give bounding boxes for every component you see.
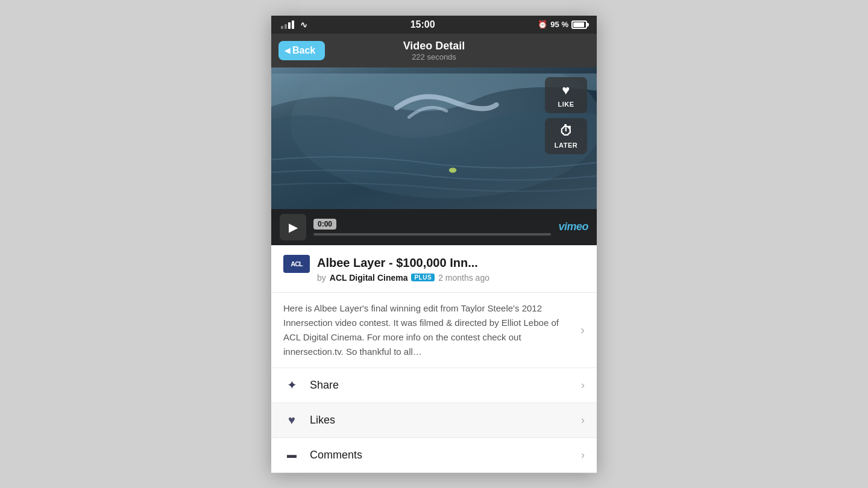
signal-bar-4: [292, 20, 294, 29]
nav-title-group: Video Detail 222 seconds: [403, 40, 465, 61]
share-label: Share: [310, 379, 571, 392]
likes-label: Likes: [310, 414, 571, 427]
nav-title: Video Detail: [403, 40, 465, 52]
time-ago: 2 months ago: [438, 273, 489, 283]
battery-percent: 95 %: [550, 20, 568, 29]
phone-frame: ∿ 15:00 ⏰ 95 % Back Video Detail 222 sec…: [271, 16, 597, 473]
likes-chevron-icon: ›: [581, 414, 585, 427]
content-area: ACL Albee Layer - $100,000 Inn... by ACL…: [271, 245, 597, 473]
video-info: Albee Layer - $100,000 Inn... by ACL Dig…: [317, 255, 585, 283]
share-chevron-icon: ›: [581, 379, 585, 392]
video-meta: ACL Albee Layer - $100,000 Inn... by ACL…: [271, 245, 597, 293]
wifi-icon: ∿: [300, 20, 307, 30]
progress-area: 0:00: [313, 219, 551, 236]
later-label: LATER: [555, 142, 577, 149]
signal-bar-3: [288, 22, 291, 29]
clock-icon: ⏰: [538, 20, 547, 29]
comments-label: Comments: [310, 449, 571, 461]
description-area[interactable]: Here is Albee Layer's final winning edit…: [271, 293, 597, 368]
back-button[interactable]: Back: [278, 41, 325, 60]
battery-fill: [573, 22, 584, 27]
action-buttons: ♥ LIKE ⏱ LATER: [545, 77, 587, 154]
comments-chevron-icon: ›: [581, 449, 585, 461]
battery-indicator: [571, 20, 587, 29]
status-bar: ∿ 15:00 ⏰ 95 %: [271, 16, 597, 34]
nav-subtitle: 222 seconds: [403, 52, 465, 61]
list-item-share[interactable]: ✦ Share ›: [271, 368, 597, 403]
likes-icon: ♥: [283, 413, 300, 427]
description-chevron-icon: ›: [580, 323, 585, 337]
battery-box: [571, 20, 587, 29]
author-name: ACL Digital Cinema: [330, 273, 408, 283]
signal-bars: [281, 20, 294, 29]
signal-bar-1: [281, 26, 283, 29]
heart-icon: ♥: [562, 83, 570, 98]
progress-track[interactable]: [313, 233, 551, 236]
by-text: by: [317, 273, 326, 283]
svg-point-2: [449, 167, 456, 172]
video-player[interactable]: ♥ LIKE ⏱ LATER ▶ 0:00 vimeo: [271, 67, 597, 245]
later-button[interactable]: ⏱ LATER: [545, 118, 587, 154]
list-item-likes[interactable]: ♥ Likes ›: [271, 403, 597, 438]
status-right: ⏰ 95 %: [538, 20, 587, 29]
play-button[interactable]: ▶: [280, 214, 306, 240]
nav-bar: Back Video Detail 222 seconds: [271, 34, 597, 67]
like-button[interactable]: ♥ LIKE: [545, 77, 587, 113]
video-title: Albee Layer - $100,000 Inn...: [317, 255, 585, 271]
list-item-comments[interactable]: ▬ Comments ›: [271, 438, 597, 473]
time-display: 0:00: [313, 219, 336, 230]
description-text: Here is Albee Layer's final winning edit…: [283, 301, 574, 359]
clock-icon: ⏱: [559, 124, 573, 139]
status-left: ∿: [281, 20, 307, 30]
channel-avatar: ACL: [283, 255, 310, 273]
video-controls: ▶ 0:00 vimeo: [271, 209, 597, 245]
author-line: by ACL Digital Cinema PLUS 2 months ago: [317, 273, 585, 283]
vimeo-logo: vimeo: [558, 221, 588, 233]
share-icon: ✦: [283, 378, 300, 392]
plus-badge: PLUS: [411, 274, 435, 281]
comments-icon: ▬: [283, 449, 300, 460]
signal-bar-2: [285, 24, 287, 29]
status-time: 15:00: [410, 19, 435, 30]
like-label: LIKE: [558, 101, 574, 108]
